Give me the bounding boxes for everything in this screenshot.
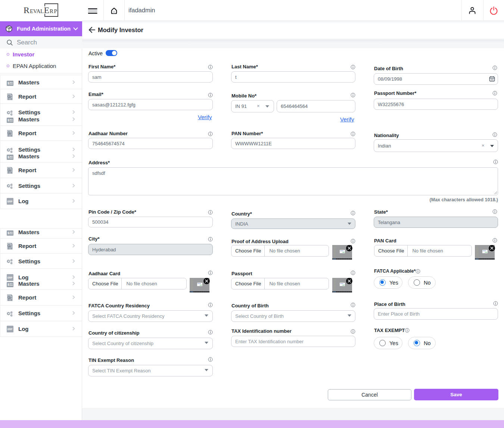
svg-text:$: $ bbox=[7, 283, 9, 286]
svg-text:RP: RP bbox=[50, 8, 57, 14]
svg-text:R: R bbox=[24, 5, 29, 15]
svg-text:E: E bbox=[44, 5, 50, 15]
svg-text:$: $ bbox=[7, 155, 9, 159]
svg-text:EVAL: EVAL bbox=[30, 8, 44, 14]
svg-text:$: $ bbox=[7, 81, 9, 85]
svg-text:ERP: ERP bbox=[7, 200, 13, 203]
svg-text:ERP: ERP bbox=[7, 328, 13, 331]
svg-text:$: $ bbox=[7, 118, 9, 122]
svg-text:$: $ bbox=[7, 231, 9, 235]
svg-text:ERP: ERP bbox=[7, 276, 13, 279]
